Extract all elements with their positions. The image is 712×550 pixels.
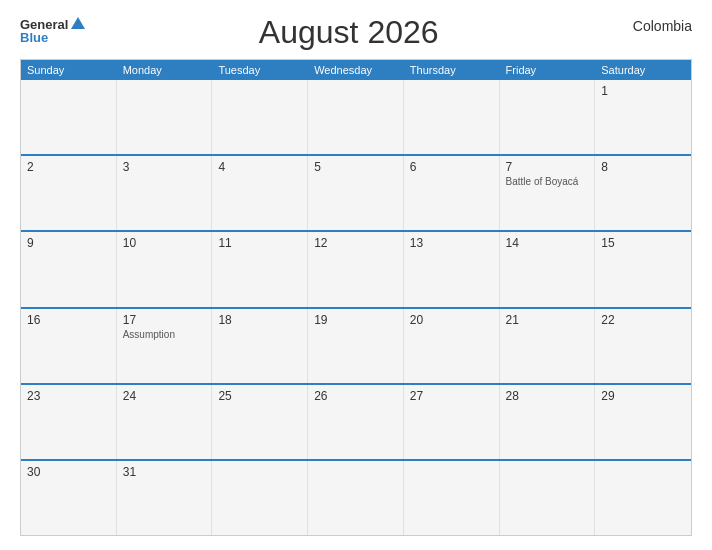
day-number: 9 bbox=[27, 236, 110, 250]
day-number: 31 bbox=[123, 465, 206, 479]
logo-blue-text: Blue bbox=[20, 31, 48, 44]
day-cell: 1 bbox=[595, 80, 691, 154]
header-friday: Friday bbox=[500, 60, 596, 80]
day-cell: 16 bbox=[21, 309, 117, 383]
day-number: 12 bbox=[314, 236, 397, 250]
day-cell: 9 bbox=[21, 232, 117, 306]
logo: General Blue bbox=[20, 18, 85, 44]
day-number: 21 bbox=[506, 313, 589, 327]
week-row: 234567Battle of Boyacá8 bbox=[21, 154, 691, 230]
day-cell: 7Battle of Boyacá bbox=[500, 156, 596, 230]
day-cell bbox=[212, 461, 308, 535]
day-number: 2 bbox=[27, 160, 110, 174]
day-cell: 27 bbox=[404, 385, 500, 459]
week-row: 23242526272829 bbox=[21, 383, 691, 459]
day-number: 6 bbox=[410, 160, 493, 174]
day-cell: 13 bbox=[404, 232, 500, 306]
day-cell: 22 bbox=[595, 309, 691, 383]
week-row: 3031 bbox=[21, 459, 691, 535]
day-number: 30 bbox=[27, 465, 110, 479]
day-cell: 31 bbox=[117, 461, 213, 535]
day-number: 25 bbox=[218, 389, 301, 403]
day-number: 10 bbox=[123, 236, 206, 250]
day-cell: 11 bbox=[212, 232, 308, 306]
calendar-title: August 2026 bbox=[85, 14, 612, 51]
day-cell: 29 bbox=[595, 385, 691, 459]
day-cell bbox=[404, 461, 500, 535]
day-number: 8 bbox=[601, 160, 685, 174]
day-cell bbox=[308, 461, 404, 535]
day-cell: 25 bbox=[212, 385, 308, 459]
day-cell bbox=[404, 80, 500, 154]
day-headers: Sunday Monday Tuesday Wednesday Thursday… bbox=[21, 60, 691, 80]
day-number: 27 bbox=[410, 389, 493, 403]
header-wednesday: Wednesday bbox=[308, 60, 404, 80]
weeks: 1234567Battle of Boyacá89101112131415161… bbox=[21, 80, 691, 535]
day-cell: 8 bbox=[595, 156, 691, 230]
day-cell: 23 bbox=[21, 385, 117, 459]
week-row: 9101112131415 bbox=[21, 230, 691, 306]
day-cell bbox=[308, 80, 404, 154]
day-cell: 3 bbox=[117, 156, 213, 230]
day-number: 4 bbox=[218, 160, 301, 174]
holiday-label: Battle of Boyacá bbox=[506, 176, 589, 188]
day-number: 3 bbox=[123, 160, 206, 174]
day-number: 18 bbox=[218, 313, 301, 327]
day-number: 15 bbox=[601, 236, 685, 250]
day-cell: 10 bbox=[117, 232, 213, 306]
day-cell: 14 bbox=[500, 232, 596, 306]
day-cell bbox=[595, 461, 691, 535]
day-cell: 6 bbox=[404, 156, 500, 230]
day-cell: 19 bbox=[308, 309, 404, 383]
day-cell: 21 bbox=[500, 309, 596, 383]
header-monday: Monday bbox=[117, 60, 213, 80]
header-thursday: Thursday bbox=[404, 60, 500, 80]
logo-triangle-icon bbox=[71, 17, 85, 29]
day-cell: 28 bbox=[500, 385, 596, 459]
day-number: 5 bbox=[314, 160, 397, 174]
day-number: 13 bbox=[410, 236, 493, 250]
day-number: 14 bbox=[506, 236, 589, 250]
day-cell: 4 bbox=[212, 156, 308, 230]
day-cell bbox=[21, 80, 117, 154]
day-cell bbox=[500, 461, 596, 535]
day-number: 11 bbox=[218, 236, 301, 250]
day-cell: 2 bbox=[21, 156, 117, 230]
day-number: 17 bbox=[123, 313, 206, 327]
day-number: 1 bbox=[601, 84, 685, 98]
day-number: 22 bbox=[601, 313, 685, 327]
day-number: 28 bbox=[506, 389, 589, 403]
holiday-label: Assumption bbox=[123, 329, 206, 341]
page: General Blue August 2026 Colombia Sunday… bbox=[0, 0, 712, 550]
day-number: 7 bbox=[506, 160, 589, 174]
week-row: 1617Assumption1819202122 bbox=[21, 307, 691, 383]
day-cell: 26 bbox=[308, 385, 404, 459]
day-cell: 30 bbox=[21, 461, 117, 535]
day-cell: 18 bbox=[212, 309, 308, 383]
day-cell: 17Assumption bbox=[117, 309, 213, 383]
day-cell: 24 bbox=[117, 385, 213, 459]
header-tuesday: Tuesday bbox=[212, 60, 308, 80]
day-cell: 15 bbox=[595, 232, 691, 306]
day-number: 26 bbox=[314, 389, 397, 403]
day-number: 19 bbox=[314, 313, 397, 327]
week-row: 1 bbox=[21, 80, 691, 154]
day-cell: 20 bbox=[404, 309, 500, 383]
header-saturday: Saturday bbox=[595, 60, 691, 80]
calendar: Sunday Monday Tuesday Wednesday Thursday… bbox=[20, 59, 692, 536]
day-number: 29 bbox=[601, 389, 685, 403]
day-cell: 5 bbox=[308, 156, 404, 230]
day-cell bbox=[212, 80, 308, 154]
day-number: 23 bbox=[27, 389, 110, 403]
day-cell: 12 bbox=[308, 232, 404, 306]
day-number: 24 bbox=[123, 389, 206, 403]
day-cell bbox=[117, 80, 213, 154]
day-number: 20 bbox=[410, 313, 493, 327]
country-label: Colombia bbox=[612, 18, 692, 34]
day-number: 16 bbox=[27, 313, 110, 327]
day-cell bbox=[500, 80, 596, 154]
header: General Blue August 2026 Colombia bbox=[20, 18, 692, 51]
header-sunday: Sunday bbox=[21, 60, 117, 80]
